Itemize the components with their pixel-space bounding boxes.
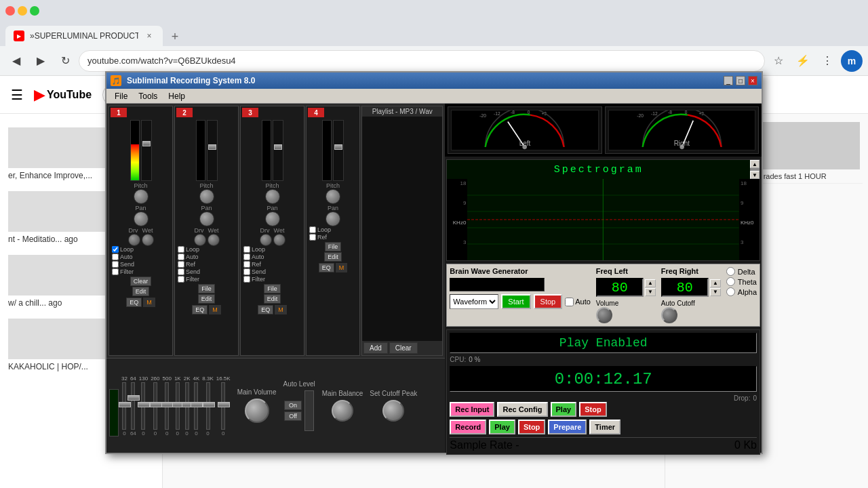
wet-knob-1[interactable] — [142, 234, 154, 246]
auto-check-2[interactable] — [178, 253, 184, 260]
play-top-btn[interactable]: Play — [551, 402, 577, 417]
edit-btn-2[interactable]: Edit — [198, 294, 216, 304]
bw-stop-btn[interactable]: Stop — [534, 294, 563, 309]
filter-check-3[interactable] — [243, 276, 250, 283]
ref-check-3[interactable] — [243, 261, 250, 268]
refresh-btn[interactable]: ↻ — [54, 50, 76, 72]
file-btn-2[interactable]: File — [198, 284, 215, 293]
maximize-window-btn[interactable] — [30, 6, 39, 16]
stop-bottom-btn[interactable]: Stop — [518, 420, 545, 434]
main-balance-knob[interactable] — [332, 400, 353, 422]
fader-handle-ch1[interactable] — [142, 141, 151, 146]
fader-ch3[interactable] — [273, 120, 283, 181]
m-btn-2[interactable]: M — [209, 305, 221, 314]
edit-btn-3[interactable]: Edit — [264, 294, 281, 304]
prepare-btn[interactable]: Prepare — [548, 420, 587, 434]
loop-check-1[interactable] — [112, 246, 119, 253]
bw-cutoff-knob[interactable] — [661, 307, 677, 323]
eq-handle-8k[interactable] — [203, 402, 215, 407]
delta-radio[interactable] — [726, 267, 735, 276]
on-btn[interactable]: On — [284, 401, 302, 410]
record-btn[interactable]: Record — [450, 420, 486, 434]
eq-fader-2k[interactable] — [185, 382, 189, 430]
app-close-btn[interactable]: × — [748, 76, 757, 85]
pitch-knob-3[interactable] — [265, 189, 280, 204]
drv-knob-1[interactable] — [128, 234, 140, 246]
auto-check-3[interactable] — [243, 253, 250, 260]
send-check-3[interactable] — [243, 268, 250, 275]
eq-fader-130[interactable] — [141, 382, 145, 430]
wet-knob-2[interactable] — [208, 234, 220, 246]
menu-help[interactable]: Help — [163, 90, 191, 102]
cutoff-knob[interactable] — [382, 400, 404, 422]
menu-icon[interactable]: ⋮ — [816, 50, 838, 72]
app-maximize-btn[interactable]: □ — [736, 76, 745, 85]
spec-scroll-up[interactable]: ▲ — [750, 160, 760, 168]
eq-btn-1[interactable]: EQ — [126, 298, 142, 307]
new-tab-btn[interactable]: + — [165, 27, 184, 46]
extensions-icon[interactable]: ⚡ — [792, 50, 814, 72]
fader-handle-ch3[interactable] — [274, 144, 282, 150]
loop-check-2[interactable] — [178, 246, 184, 253]
pan-knob-3[interactable] — [265, 211, 280, 226]
eq-fader-260[interactable] — [153, 382, 157, 430]
eq-fader-500[interactable] — [165, 382, 169, 430]
eq-handle-64[interactable] — [127, 395, 140, 401]
edit-btn-1[interactable]: Edit — [132, 287, 150, 296]
play-bottom-btn[interactable]: Play — [489, 420, 515, 434]
m-btn-4[interactable]: M — [336, 263, 348, 272]
minimize-window-btn[interactable] — [18, 6, 27, 16]
file-btn-4[interactable]: File — [325, 242, 342, 251]
eq-handle-32[interactable] — [119, 402, 131, 407]
close-window-btn[interactable] — [5, 6, 15, 16]
user-avatar[interactable]: m — [841, 50, 863, 72]
tab-close-btn[interactable]: × — [144, 30, 155, 41]
waveform-select[interactable]: Waveform — [450, 294, 498, 309]
eq-fader-8k[interactable] — [206, 382, 210, 430]
forward-btn[interactable]: ▶ — [30, 50, 52, 72]
pan-knob-4[interactable] — [326, 211, 340, 226]
send-check-2[interactable] — [178, 268, 184, 275]
alpha-radio[interactable] — [726, 287, 735, 296]
eq-btn-4[interactable]: EQ — [319, 263, 334, 272]
eq-btn-2[interactable]: EQ — [192, 305, 208, 314]
ref-check-4[interactable] — [309, 234, 316, 241]
freq-left-down-btn[interactable]: ▼ — [645, 288, 656, 296]
rec-input-btn[interactable]: Rec Input — [450, 402, 494, 417]
filter-check-2[interactable] — [178, 276, 184, 283]
theta-radio[interactable] — [726, 277, 735, 286]
eq-handle-4k[interactable] — [191, 402, 203, 407]
spec-scroll-down[interactable]: ▼ — [750, 171, 760, 179]
ref-check-2[interactable] — [178, 261, 184, 268]
bw-auto-check[interactable] — [565, 298, 574, 306]
edit-btn-4[interactable]: Edit — [324, 252, 342, 262]
bw-volume-knob[interactable] — [596, 307, 612, 323]
fader-handle-ch2[interactable] — [208, 144, 216, 150]
auto-check-1[interactable] — [112, 253, 119, 260]
eq-fader-64[interactable] — [131, 382, 135, 430]
menu-tools[interactable]: Tools — [133, 90, 163, 102]
back-btn[interactable]: ◀ — [5, 50, 27, 72]
bw-start-btn[interactable]: Start — [501, 294, 530, 309]
stop-top-btn[interactable]: Stop — [579, 402, 606, 417]
file-btn-3[interactable]: File — [264, 284, 281, 293]
pan-knob-2[interactable] — [199, 211, 214, 226]
yt-menu-icon[interactable]: ☰ — [11, 87, 23, 103]
eq-fader-4k[interactable] — [194, 382, 198, 430]
active-tab[interactable]: ▶ »SUPERLUMINAL PRODUCTIVIT... × — [5, 26, 163, 46]
eq-fader-32[interactable] — [122, 382, 126, 430]
fader-ch1[interactable] — [141, 120, 152, 181]
eq-btn-3[interactable]: EQ — [258, 305, 273, 314]
main-volume-knob[interactable] — [245, 399, 269, 423]
freq-right-down-btn[interactable]: ▼ — [710, 288, 721, 296]
eq-handle-260[interactable] — [150, 402, 162, 407]
wet-knob-3[interactable] — [273, 234, 285, 246]
drv-knob-2[interactable] — [194, 234, 206, 246]
send-check-1[interactable] — [112, 261, 119, 268]
loop-check-3[interactable] — [243, 246, 250, 253]
pitch-knob-4[interactable] — [326, 189, 340, 204]
rec-config-btn[interactable]: Rec Config — [497, 402, 547, 417]
pan-knob-1[interactable] — [134, 211, 149, 226]
menu-file[interactable]: File — [109, 90, 133, 102]
off-btn[interactable]: Off — [284, 411, 302, 421]
